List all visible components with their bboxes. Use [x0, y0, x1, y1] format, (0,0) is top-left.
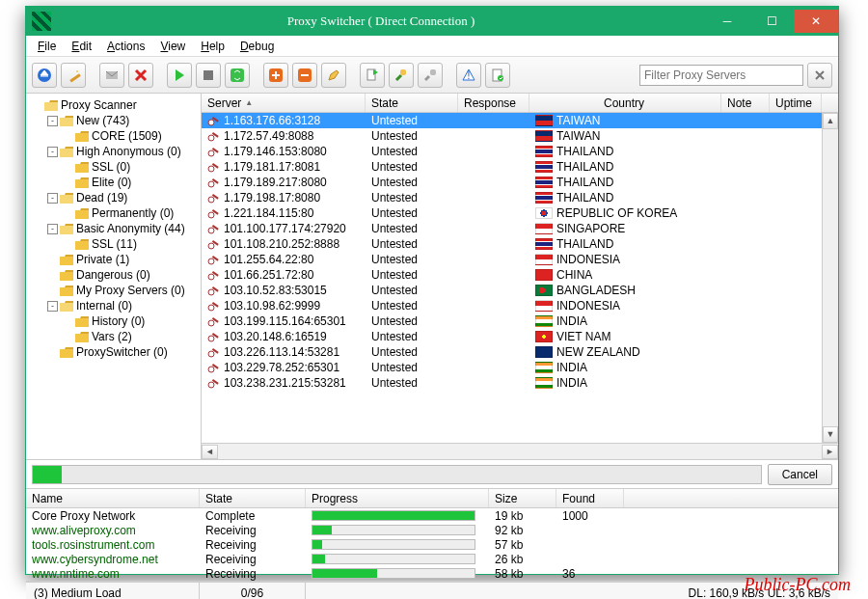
- source-name[interactable]: www.aliveproxy.com: [26, 524, 200, 537]
- col-uptime[interactable]: Uptime: [770, 94, 822, 112]
- scroll-down-icon[interactable]: ▼: [823, 426, 838, 443]
- tree-item[interactable]: SSL (11): [28, 236, 199, 252]
- horizontal-scrollbar[interactable]: ◄ ►: [202, 443, 838, 459]
- filter-input[interactable]: [639, 65, 803, 86]
- server-row[interactable]: 101.255.64.22:80UntestedINDONESIA: [202, 252, 838, 267]
- eject-button[interactable]: [32, 63, 57, 88]
- menu-help[interactable]: Help: [195, 38, 231, 55]
- tree-item[interactable]: ProxySwitcher (0): [28, 344, 199, 360]
- src-col-progress[interactable]: Progress: [306, 489, 489, 507]
- server-row[interactable]: 103.229.78.252:65301UntestedINDIA: [202, 360, 838, 375]
- add-button[interactable]: [263, 63, 288, 88]
- tree-item[interactable]: My Proxy Servers (0): [28, 283, 199, 298]
- cancel-button[interactable]: Cancel: [768, 464, 832, 485]
- server-row[interactable]: 1.179.146.153:8080UntestedTHAILAND: [202, 144, 838, 159]
- col-note[interactable]: Note: [721, 94, 770, 112]
- col-server[interactable]: Server▲: [202, 94, 366, 112]
- edit-button[interactable]: [321, 63, 346, 88]
- close-button[interactable]: ✕: [794, 10, 838, 33]
- expand-icon[interactable]: -: [47, 193, 58, 204]
- export-button[interactable]: [360, 63, 385, 88]
- source-row[interactable]: www.nntime.comReceiving58 kb36: [26, 566, 838, 581]
- tree-item[interactable]: -Dead (19): [28, 190, 199, 205]
- source-name[interactable]: tools.rosinstrument.com: [26, 538, 200, 552]
- source-row[interactable]: tools.rosinstrument.comReceiving57 kb: [26, 537, 838, 552]
- tree-item[interactable]: SSL (0): [28, 159, 199, 175]
- expand-icon[interactable]: -: [47, 116, 58, 126]
- tree-item[interactable]: -Basic Anonymity (44): [28, 221, 199, 236]
- tree-item[interactable]: Vars (2): [28, 329, 199, 344]
- source-name[interactable]: www.nntime.com: [26, 567, 200, 581]
- tree-item[interactable]: Private (1): [28, 252, 199, 267]
- scroll-right-icon[interactable]: ►: [822, 445, 838, 459]
- server-row[interactable]: 103.226.113.14:53281UntestedNEW ZEALAND: [202, 344, 838, 360]
- source-row[interactable]: www.aliveproxy.comReceiving92 kb: [26, 523, 838, 537]
- menu-debug[interactable]: Debug: [234, 38, 280, 55]
- col-state[interactable]: State: [366, 94, 458, 112]
- maximize-button[interactable]: ☐: [749, 10, 794, 33]
- scroll-up-icon[interactable]: ▲: [823, 113, 838, 129]
- tree-item[interactable]: Permanently (0): [28, 205, 199, 221]
- menu-view[interactable]: View: [154, 38, 191, 55]
- warning-button[interactable]: !: [456, 63, 481, 88]
- expand-icon[interactable]: -: [47, 147, 58, 157]
- server-row[interactable]: 103.238.231.215:53281UntestedINDIA: [202, 375, 838, 391]
- server-row[interactable]: 103.199.115.164:65301UntestedINDIA: [202, 313, 838, 329]
- server-row[interactable]: 103.10.98.62:9999UntestedINDONESIA: [202, 298, 838, 313]
- col-country[interactable]: Country: [529, 94, 721, 112]
- tree-item[interactable]: -New (743): [28, 113, 199, 128]
- src-col-state[interactable]: State: [200, 489, 306, 507]
- tree-item[interactable]: History (0): [28, 313, 199, 329]
- wand-button[interactable]: [61, 63, 86, 88]
- src-col-name[interactable]: Name: [26, 489, 200, 507]
- vertical-scrollbar[interactable]: ▲ ▼: [822, 113, 838, 443]
- tree-item[interactable]: -High Anonymous (0): [28, 144, 199, 159]
- play-button[interactable]: [167, 63, 192, 88]
- source-row[interactable]: www.cybersyndrome.netReceiving26 kb: [26, 552, 838, 566]
- list-body[interactable]: ▲ ▼ 1.163.176.66:3128UntestedTAIWAN1.172…: [202, 113, 838, 443]
- tree-item[interactable]: Proxy Scanner: [28, 97, 199, 113]
- mail-button[interactable]: [99, 63, 124, 88]
- menu-actions[interactable]: Actions: [101, 38, 150, 55]
- proxy-icon: [207, 331, 221, 342]
- server-row[interactable]: 101.66.251.72:80UntestedCHINA: [202, 267, 838, 283]
- stop-button[interactable]: [196, 63, 221, 88]
- tree-item[interactable]: -Internal (0): [28, 298, 199, 313]
- server-row[interactable]: 101.108.210.252:8888UntestedTHAILAND: [202, 236, 838, 252]
- src-col-found[interactable]: Found: [556, 489, 624, 507]
- recycle-button[interactable]: [225, 63, 250, 88]
- source-row[interactable]: Core Proxy NetworkComplete19 kb1000: [26, 508, 838, 523]
- tree-panel[interactable]: Proxy Scanner-New (743)CORE (1509)-High …: [26, 94, 202, 459]
- svg-rect-10: [430, 69, 436, 75]
- src-col-size[interactable]: Size: [489, 489, 556, 507]
- tree-item[interactable]: Elite (0): [28, 175, 199, 190]
- clear-filter-button[interactable]: [807, 63, 832, 88]
- server-row[interactable]: 103.20.148.6:16519UntestedVIET NAM: [202, 329, 838, 344]
- scroll-left-icon[interactable]: ◄: [202, 445, 218, 459]
- remove-button[interactable]: [292, 63, 317, 88]
- minimize-button[interactable]: ─: [705, 10, 749, 33]
- col-response[interactable]: Response: [458, 94, 529, 112]
- disconnect-button[interactable]: [418, 63, 443, 88]
- server-row[interactable]: 1.179.198.17:8080UntestedTHAILAND: [202, 190, 838, 205]
- tree-item[interactable]: CORE (1509): [28, 128, 199, 144]
- svg-rect-27: [60, 303, 73, 312]
- expand-icon[interactable]: -: [47, 224, 58, 234]
- note-button[interactable]: [485, 63, 510, 88]
- connect-button[interactable]: [389, 63, 414, 88]
- folder-icon: [60, 193, 73, 204]
- server-row[interactable]: 1.179.181.17:8081UntestedTHAILAND: [202, 159, 838, 175]
- server-row[interactable]: 1.163.176.66:3128UntestedTAIWAN: [202, 113, 838, 128]
- menu-file[interactable]: File: [32, 38, 62, 55]
- server-row[interactable]: 1.172.57.49:8088UntestedTAIWAN: [202, 128, 838, 144]
- server-address: 1.179.146.153:8080: [224, 145, 327, 158]
- server-row[interactable]: 103.10.52.83:53015UntestedBANGLADESH: [202, 283, 838, 298]
- server-row[interactable]: 1.221.184.115:80UntestedREPUBLIC OF KORE…: [202, 205, 838, 221]
- server-row[interactable]: 1.179.189.217:8080UntestedTHAILAND: [202, 175, 838, 190]
- server-row[interactable]: 101.100.177.174:27920UntestedSINGAPORE: [202, 221, 838, 236]
- tree-item[interactable]: Dangerous (0): [28, 267, 199, 283]
- delete-button[interactable]: [128, 63, 153, 88]
- source-name[interactable]: www.cybersyndrome.net: [26, 553, 200, 566]
- expand-icon[interactable]: -: [47, 301, 58, 312]
- menu-edit[interactable]: Edit: [66, 38, 97, 55]
